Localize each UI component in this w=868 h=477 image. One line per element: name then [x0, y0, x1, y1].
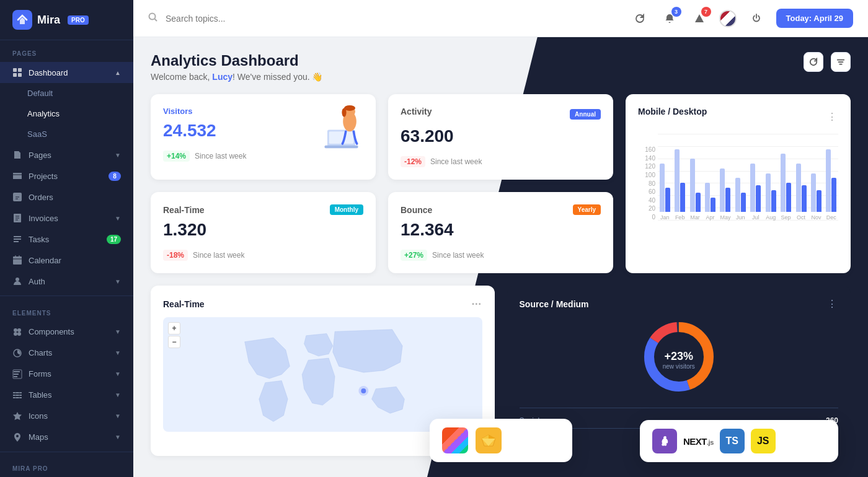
search-input[interactable]: [166, 14, 352, 24]
calendar-label: Calendar: [29, 256, 61, 265]
y-label-40: 40: [638, 197, 655, 204]
auth-label: Auth: [29, 277, 45, 286]
forms-icon: [12, 369, 22, 379]
sidebar-item-auth[interactable]: Auth ▼: [0, 271, 133, 292]
sidebar-item-tasks[interactable]: Tasks 17: [0, 229, 133, 250]
bar-jul-dark: [756, 185, 761, 212]
projects-icon: [12, 171, 22, 181]
svg-point-7: [16, 278, 19, 281]
zoom-in-btn[interactable]: +: [168, 322, 180, 335]
orders-label: Orders: [29, 193, 53, 202]
maps-label: Maps: [29, 432, 48, 442]
typescript-logo: TS: [720, 429, 745, 453]
flag-avatar[interactable]: [719, 10, 737, 27]
tables-icon: [12, 390, 22, 400]
invoices-label: Invoices: [29, 214, 58, 223]
bar-dec-light: [826, 149, 831, 212]
map-area: + −: [163, 317, 482, 434]
y-label-0: 0: [638, 214, 655, 221]
nextjs-label: NEXT.js: [683, 436, 714, 447]
bar-feb-dark: [680, 183, 685, 212]
donut-label: new visitors: [663, 363, 695, 370]
sidebar-item-dashboard[interactable]: Dashboard ▲: [0, 62, 133, 83]
sidebar-item-calendar[interactable]: Calendar: [0, 250, 133, 271]
icons-chevron: ▼: [115, 413, 121, 419]
donut-center: +23% new visitors: [663, 350, 695, 370]
bounce-footer: +27% Since last week: [401, 250, 601, 261]
y-label-80: 80: [638, 180, 655, 187]
world-map-svg: [163, 317, 482, 432]
sidebar-item-icons[interactable]: Icons ▼: [0, 406, 133, 427]
realtime-value: 1.320: [163, 220, 363, 240]
activity-change-label: Since last week: [430, 157, 482, 166]
refresh-btn[interactable]: [630, 9, 650, 28]
sidebar-item-maps[interactable]: Maps ▼: [0, 427, 133, 448]
sidebar-item-analytics[interactable]: Analytics: [0, 103, 133, 124]
sidebar-item-pages[interactable]: Pages ▼: [0, 144, 133, 165]
charts-label: Charts: [29, 348, 52, 357]
sidebar-item-invoices[interactable]: Invoices ▼: [0, 208, 133, 229]
today-button[interactable]: Today: April 29: [776, 9, 853, 28]
section-label-mira-pro: MIRA PRO: [0, 455, 133, 477]
bar-label-may: May: [720, 214, 730, 221]
components-label: Components: [29, 327, 74, 336]
bar-jun-light: [735, 178, 740, 212]
charts-chevron: ▼: [115, 349, 121, 356]
y-label-120: 120: [638, 163, 655, 170]
visitors-card: Visitors 24.532 +14% Since last week: [151, 94, 376, 180]
sidebar-item-tables[interactable]: Tables ▼: [0, 385, 133, 406]
power-btn[interactable]: [746, 9, 766, 28]
source-menu-btn[interactable]: ⋮: [827, 298, 838, 310]
page-header: Analytics Dashboard Welcome back, Lucy! …: [151, 52, 851, 82]
notifications-btn[interactable]: 3: [660, 9, 680, 28]
pro-badge: PRO: [68, 15, 89, 25]
map-menu-btn[interactable]: ⋯: [471, 298, 482, 310]
svg-rect-6: [13, 256, 22, 265]
analytics-label: Analytics: [27, 109, 60, 118]
bar-nov-light: [811, 173, 816, 212]
components-chevron: ▼: [115, 328, 121, 335]
bar-label-apr: Apr: [706, 214, 714, 221]
sidebar-item-saas[interactable]: SaaS: [0, 124, 133, 144]
logo-area: Mira PRO: [0, 0, 133, 40]
default-label: Default: [27, 89, 53, 98]
y-label-20: 20: [638, 205, 655, 212]
sidebar-item-components[interactable]: Components ▼: [0, 322, 133, 343]
header-actions: [804, 52, 851, 72]
icons-sidebar-icon: [12, 411, 22, 421]
bar-may-dark: [725, 188, 730, 212]
topbar-right: 3 7 Today: April 29: [630, 9, 853, 28]
tables-chevron: ▼: [115, 392, 121, 398]
bounce-title: Bounce: [401, 205, 432, 215]
bar-label-mar: Mar: [690, 214, 700, 221]
svg-rect-0: [13, 68, 17, 72]
bounce-card: Bounce Yearly 12.364 +27% Since last wee…: [388, 192, 613, 273]
activity-title: Activity: [401, 107, 432, 116]
tools-figma-card: [430, 419, 572, 462]
tables-label: Tables: [29, 390, 52, 400]
search-icon: [148, 12, 158, 25]
dashboard-label: Dashboard: [29, 68, 68, 77]
pages-label: Pages: [29, 151, 51, 160]
sidebar-item-projects[interactable]: Projects 8: [0, 165, 133, 186]
svg-rect-17: [329, 131, 354, 144]
svg-rect-1: [18, 68, 22, 72]
zoom-out-btn[interactable]: −: [168, 336, 180, 348]
sidebar-item-charts[interactable]: Charts ▼: [0, 343, 133, 364]
alerts-btn[interactable]: 7: [689, 9, 709, 28]
auth-chevron: ▼: [115, 278, 121, 285]
bar-jul-light: [750, 164, 755, 212]
sidebar-item-orders[interactable]: Orders: [0, 186, 133, 208]
sidebar-item-forms[interactable]: Forms ▼: [0, 364, 133, 385]
bar-apr-dark: [711, 198, 715, 212]
saas-label: SaaS: [27, 129, 47, 139]
chart-menu-btn[interactable]: ⋮: [827, 111, 838, 123]
refresh-icon-btn[interactable]: [804, 52, 823, 72]
bar-oct-dark: [802, 185, 807, 212]
sidebar-item-default[interactable]: Default: [0, 83, 133, 103]
filter-icon-btn[interactable]: [831, 52, 851, 72]
content-area: Analytics Dashboard Welcome back, Lucy! …: [133, 37, 868, 477]
svg-rect-2: [13, 73, 17, 77]
map-title: Real-Time ⋯: [163, 298, 482, 310]
section-label-pages: PAGES: [0, 40, 133, 62]
